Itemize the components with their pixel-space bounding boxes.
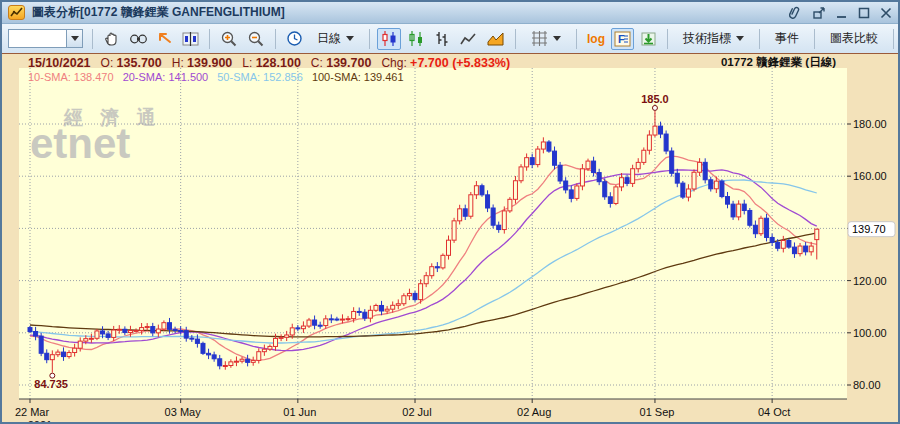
indicators-dropdown[interactable]: 技術指標: [675, 30, 752, 47]
change-label: Chg:: [381, 56, 406, 70]
x-axis-tick-label: 02 Jul: [402, 406, 431, 418]
chart-type-candle-hollow-icon[interactable]: [404, 28, 428, 50]
x-axis-tick-label: 02 Aug: [517, 406, 551, 418]
x-axis-year-label: 2021: [28, 419, 52, 422]
symbol-dropdown-button[interactable]: [66, 29, 83, 48]
events-button[interactable]: 事件: [767, 30, 807, 47]
zoom-in-icon[interactable]: [217, 28, 241, 50]
low-annotation: 84.735: [34, 378, 68, 390]
x-axis-tick-label: 01 Sep: [640, 406, 675, 418]
minimize-icon[interactable]: [836, 7, 848, 19]
chart-analysis-window: 圖表分析[01772 贛鋒鋰業 GANFENGLITHIUM]: [0, 0, 900, 424]
svg-text:F: F: [618, 33, 625, 45]
history-clock-icon[interactable]: [283, 28, 306, 50]
export-download-icon[interactable]: [637, 28, 660, 50]
high-value: 139.900: [187, 56, 232, 70]
ohlc-info-bar: 15/10/2021 O: 135.700 H: 139.900 L: 128.…: [28, 55, 894, 70]
grid-toggle-dropdown[interactable]: [523, 31, 569, 46]
close-value: 139.700: [326, 56, 371, 70]
sma-legend: 10-SMA: 138.47020-SMA: 141.50050-SMA: 15…: [28, 71, 413, 84]
toolbar: 日線: [2, 24, 898, 54]
events-label: 事件: [775, 30, 799, 47]
last-price-marker: 139.70: [848, 222, 895, 237]
period-dropdown[interactable]: 日線: [309, 30, 362, 47]
close-icon[interactable]: [880, 7, 892, 19]
chart-panel: 經 濟 通etnet180.00160.00140.00120.00100.00…: [2, 54, 898, 422]
overview-binoculars-icon[interactable]: [126, 28, 151, 50]
x-axis-tick-label: 01 Jun: [283, 406, 316, 418]
y-axis-tick-label: 120.00: [853, 275, 887, 287]
sma50-legend: 50-SMA: 152.856: [217, 71, 303, 83]
period-label: 日線: [317, 30, 341, 47]
price-chart[interactable]: 經 濟 通etnet180.00160.00140.00120.00100.00…: [2, 54, 898, 422]
zoom-out-icon[interactable]: [244, 28, 268, 50]
symbol-input[interactable]: [8, 29, 66, 48]
y-axis-tick-label: 160.00: [853, 170, 887, 182]
sma100-legend: 100-SMA: 139.461: [312, 71, 404, 83]
log-scale-button[interactable]: log: [584, 28, 608, 50]
high-label: H:: [172, 56, 184, 70]
maximize-icon[interactable]: [858, 7, 870, 19]
title-bar[interactable]: 圖表分析[01772 贛鋒鋰業 GANFENGLITHIUM]: [2, 2, 898, 24]
svg-text:etnet: etnet: [30, 120, 130, 167]
compare-label: 圖表比較: [830, 30, 878, 47]
open-label: O:: [101, 56, 114, 70]
app-chart-icon: [8, 5, 25, 20]
y-axis-tick-label: 80.00: [853, 379, 881, 391]
low-label: L:: [242, 56, 252, 70]
sma20-legend: 20-SMA: 141.500: [123, 71, 209, 83]
pan-hand-icon[interactable]: [100, 28, 123, 50]
popout-icon[interactable]: [812, 6, 826, 20]
y-axis-tick-label: 180.00: [853, 118, 887, 130]
change-value: +7.700 (+5.833%): [410, 56, 510, 70]
high-annotation: 185.0: [641, 93, 669, 105]
chart-type-line-icon[interactable]: [456, 28, 480, 50]
sma10-legend: 10-SMA: 138.470: [28, 71, 114, 83]
x-axis-tick-label: 22 Mar: [15, 406, 50, 418]
window-title: 圖表分析[01772 贛鋒鋰業 GANFENGLITHIUM]: [32, 4, 789, 21]
instrument-label: 01772 贛鋒鋰業 (日線): [721, 55, 836, 70]
log-label: log: [587, 32, 605, 46]
close-label: C:: [311, 56, 323, 70]
attach-icon[interactable]: [789, 5, 802, 20]
low-value: 128.100: [256, 56, 301, 70]
y-axis-tick-label: 100.00: [853, 327, 887, 339]
chart-type-candle-icon[interactable]: [377, 28, 401, 50]
quote-date: 15/10/2021: [28, 56, 91, 70]
pointer-arrow-icon[interactable]: [154, 28, 176, 50]
x-axis-tick-label: 04 Oct: [758, 406, 790, 418]
chart-type-area-icon[interactable]: [483, 28, 508, 50]
indicators-label: 技術指標: [683, 30, 731, 47]
grid-icon: [531, 31, 548, 46]
open-value: 135.700: [117, 56, 162, 70]
compare-button[interactable]: 圖表比較: [822, 30, 886, 47]
last-price-label: 139.70: [852, 223, 886, 235]
x-axis-tick-label: 03 May: [165, 406, 202, 418]
fundamentals-f-icon[interactable]: F: [611, 28, 634, 50]
split-compare-icon[interactable]: [179, 28, 202, 50]
chart-type-ohlc-icon[interactable]: [431, 28, 453, 50]
